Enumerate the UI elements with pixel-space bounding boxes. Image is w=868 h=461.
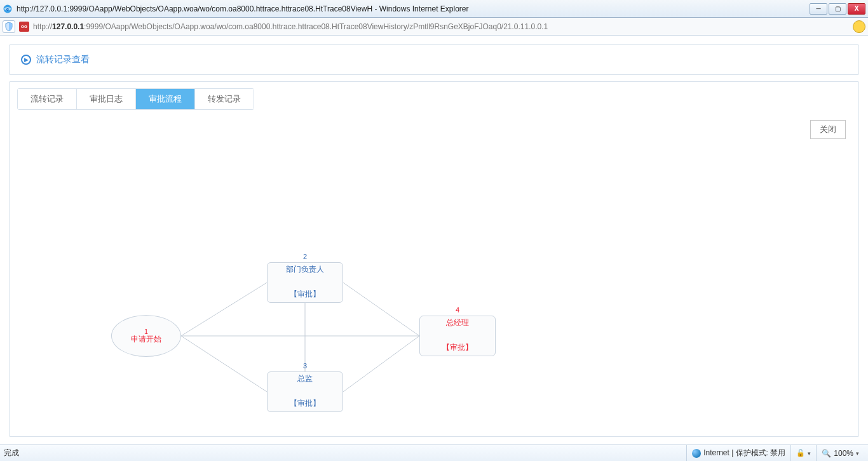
window-titlebar: e http://127.0.0.1:9999/OAapp/WebObjects… [0, 0, 868, 18]
panel-body: 流转记录审批日志审批流程转发记录 关闭 1申请开始2部门负责人【审批】3总监【审… [9, 81, 859, 437]
flow-edges [10, 158, 858, 438]
status-left: 完成 [4, 448, 686, 458]
window-close-button[interactable]: X [848, 3, 865, 15]
chevron-down-icon: ▾ [808, 450, 811, 457]
status-bar: 完成 Internet | 保护模式: 禁用 🔓 ▾ 🔍 100% ▾ [0, 444, 868, 461]
flow-node-n3[interactable]: 3总监【审批】 [267, 371, 343, 412]
lock-off-icon: 🔓 [796, 449, 805, 457]
chevron-down-icon: ▾ [856, 450, 859, 457]
svg-line-3 [181, 336, 267, 392]
svg-line-2 [181, 283, 267, 336]
tab-1[interactable]: 审批日志 [77, 89, 136, 109]
svg-line-7 [343, 336, 419, 392]
tab-0[interactable]: 流转记录 [18, 89, 77, 109]
tab-3[interactable]: 转发记录 [195, 89, 254, 109]
address-bar: oo http://127.0.0.1:9999/OAapp/WebObject… [0, 18, 868, 36]
url-text[interactable]: http://127.0.0.1:9999/OAapp/WebObjects/O… [33, 22, 849, 31]
page-viewport: ▶ 流转记录查看 流转记录审批日志审批流程转发记录 关闭 1申请开始2部门负责人… [0, 36, 868, 444]
flow-node-n1[interactable]: 1申请开始 [111, 315, 181, 357]
flow-node-n2[interactable]: 2部门负责人【审批】 [267, 262, 343, 303]
window-minimize-button[interactable]: ─ [810, 3, 827, 15]
flow-canvas: 1申请开始2部门负责人【审批】3总监【审批】4总经理【审批】 [10, 158, 858, 438]
tab-2[interactable]: 审批流程 [136, 89, 195, 109]
tab-bar: 流转记录审批日志审批流程转发记录 [17, 88, 254, 110]
svg-text:e: e [6, 6, 10, 12]
panel-header: ▶ 流转记录查看 [10, 45, 858, 74]
site-icon: oo [19, 22, 29, 32]
compat-view-icon[interactable] [853, 20, 865, 33]
svg-line-6 [343, 283, 419, 336]
status-security[interactable]: 🔓 ▾ [790, 445, 816, 461]
zoom-control[interactable]: 🔍 100% ▾ [816, 445, 864, 461]
arrow-right-circle-icon: ▶ [21, 55, 31, 65]
panel: ▶ 流转记录查看 [9, 44, 859, 75]
window-title: http://127.0.0.1:9999/OAapp/WebObjects/O… [17, 4, 810, 13]
close-button[interactable]: 关闭 [810, 120, 846, 139]
ie-icon: e [3, 4, 13, 14]
panel-title: 流转记录查看 [36, 54, 90, 65]
flow-node-n4[interactable]: 4总经理【审批】 [419, 316, 496, 356]
magnifier-icon: 🔍 [822, 449, 831, 458]
window-maximize-button[interactable]: ▢ [829, 3, 846, 15]
status-internet: Internet | 保护模式: 禁用 [686, 445, 790, 461]
globe-icon [692, 449, 701, 458]
security-shield-icon[interactable] [3, 20, 15, 33]
